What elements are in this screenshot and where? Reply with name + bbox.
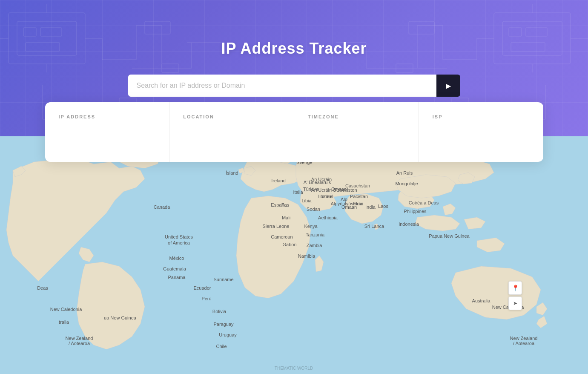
svg-text:Perú: Perú: [201, 296, 211, 301]
svg-text:Sierra Leone: Sierra Leone: [263, 224, 290, 229]
svg-text:Kenya: Kenya: [304, 224, 318, 229]
svg-rect-32: [409, 21, 434, 34]
svg-text:Australia: Australia: [472, 298, 491, 303]
navigation-icon: ➤: [513, 300, 517, 306]
svg-text:ua New Guinea: ua New Guinea: [104, 315, 137, 320]
svg-rect-16: [162, 64, 179, 72]
svg-text:Ísland: Ísland: [226, 170, 238, 175]
world-map: Ísland Ireland Sverige A' Bhealaruis An …: [0, 136, 588, 374]
svg-text:México: México: [169, 256, 184, 261]
svg-text:Sri Lanca: Sri Lanca: [364, 224, 384, 229]
svg-text:Suriname: Suriname: [213, 277, 233, 282]
svg-text:Deas: Deas: [37, 285, 48, 291]
svg-text:Indonesia: Indonesia: [399, 222, 419, 227]
svg-rect-20: [502, 21, 562, 55]
info-section-isp: ISP: [419, 102, 543, 162]
svg-rect-26: [526, 28, 547, 36]
svg-rect-0: [9, 13, 85, 64]
search-bar: ▶: [128, 75, 460, 97]
search-arrow-icon: ▶: [446, 82, 451, 90]
svg-rect-13: [145, 21, 170, 34]
svg-text:Bolivia: Bolivia: [212, 309, 227, 314]
info-card: IP ADDRESS LOCATION TIMEZONE ISP: [45, 102, 543, 162]
svg-text:Cameroun: Cameroun: [271, 234, 293, 239]
svg-text:Kína: Kína: [353, 201, 363, 206]
svg-text:New Zealand: New Zealand: [510, 336, 538, 341]
svg-text:of America: of America: [168, 240, 190, 245]
svg-text:An Ruis: An Ruis: [396, 170, 413, 175]
svg-text:Uruguay: Uruguay: [219, 332, 237, 337]
isp-label: ISP: [433, 114, 530, 119]
location-label: LOCATION: [183, 114, 280, 119]
svg-text:Chile: Chile: [216, 344, 227, 349]
svg-text:United States: United States: [165, 234, 193, 239]
svg-text:Philippines: Philippines: [404, 209, 427, 214]
svg-text:Gabon: Gabon: [282, 242, 296, 247]
info-section-location: LOCATION: [169, 102, 294, 162]
svg-text:Laos: Laos: [378, 204, 388, 209]
ip-address-label: IP ADDRESS: [59, 114, 156, 119]
svg-text:tralia: tralia: [59, 319, 69, 325]
svg-text:Alp: Alp: [341, 197, 347, 202]
svg-text:Iiosrael: Iiosrael: [318, 194, 333, 199]
svg-text:Libia: Libia: [301, 198, 312, 203]
svg-text:New Zealand: New Zealand: [66, 336, 93, 341]
svg-text:Aethiopia: Aethiopia: [318, 215, 338, 220]
svg-text:Canada: Canada: [154, 204, 170, 210]
map-container[interactable]: Ísland Ireland Sverige A' Bhealaruis An …: [0, 136, 588, 374]
svg-text:Pacistan: Pacistan: [350, 194, 368, 199]
info-section-ip: IP ADDRESS: [45, 102, 170, 162]
location-pin-button[interactable]: 📍: [508, 281, 522, 295]
svg-text:Papua New Guinea: Papua New Guinea: [429, 233, 470, 239]
svg-rect-27: [511, 43, 545, 51]
navigation-button[interactable]: ➤: [508, 296, 522, 310]
svg-text:Sodan: Sodan: [307, 207, 320, 212]
search-button[interactable]: ▶: [436, 75, 460, 97]
svg-text:Omaan: Omaan: [331, 187, 347, 192]
page-title: IP Address Tracker: [221, 40, 367, 58]
svg-text:Ireland: Ireland: [271, 178, 286, 183]
svg-rect-1: [17, 21, 77, 55]
timezone-label: TIMEZONE: [308, 114, 405, 119]
svg-text:Tanzania: Tanzania: [306, 232, 325, 237]
svg-text:An Ucráin: An Ucráin: [311, 177, 332, 182]
map-controls: 📍 ➤: [508, 281, 522, 310]
svg-text:Zambia: Zambia: [307, 243, 323, 248]
svg-text:Mongolalje: Mongolalje: [395, 181, 418, 186]
svg-text:Coiréa a Deas: Coiréa a Deas: [409, 200, 439, 205]
svg-text:THEMATIC WORLD: THEMATIC WORLD: [275, 366, 313, 371]
svg-rect-6: [23, 28, 36, 36]
svg-text:/ Aotearoa: / Aotearoa: [69, 341, 90, 346]
svg-text:Panama: Panama: [168, 275, 186, 280]
svg-text:Ecuador: Ecuador: [194, 285, 211, 291]
svg-text:Paraguay: Paraguay: [213, 322, 234, 327]
svg-rect-25: [509, 28, 522, 36]
svg-text:/ Aotearoa: / Aotearoa: [513, 341, 535, 346]
svg-text:Italia: Italia: [293, 190, 303, 195]
svg-text:Mali: Mali: [282, 215, 290, 220]
info-section-timezone: TIMEZONE: [294, 102, 419, 162]
svg-rect-35: [396, 64, 413, 72]
search-input[interactable]: [128, 75, 436, 97]
svg-text:Namibia: Namibia: [298, 253, 316, 259]
svg-rect-19: [494, 13, 571, 64]
svg-rect-7: [40, 28, 62, 36]
svg-text:Guatemala: Guatemala: [163, 266, 186, 271]
svg-rect-8: [26, 43, 60, 51]
svg-text:España: España: [271, 202, 287, 207]
location-pin-icon: 📍: [512, 285, 519, 291]
svg-text:Türkiye: Türkiye: [303, 187, 318, 192]
svg-text:New Caledonia: New Caledonia: [50, 307, 82, 312]
svg-text:India: India: [365, 204, 376, 210]
